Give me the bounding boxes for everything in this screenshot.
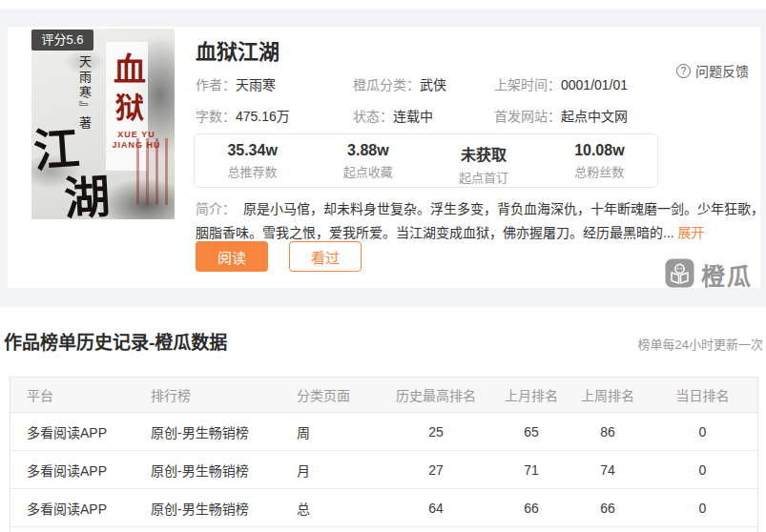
ranking-history-card: 作品榜单历史记录-橙瓜数据 榜单每24小时更新一次 平台 排行榜 分类页面 历史… — [0, 307, 766, 532]
cell-last-month: 66 — [493, 501, 569, 516]
header-last-month: 上月排名 — [493, 385, 569, 404]
cell-board: 原创-男生畅销榜 — [135, 499, 280, 518]
header-page: 分类页面 — [280, 385, 379, 404]
stat-qidian-collect: 3.88w 起点收藏 — [310, 134, 425, 187]
meta-status: 状态：连载中 — [353, 106, 494, 125]
stats-box: 35.34w 总推荐数 3.88w 起点收藏 未获取 起点首订 10.08w 总… — [194, 133, 658, 188]
chengua-watermark: 橙瓜 — [665, 257, 753, 292]
cell-last-week: 66 — [569, 501, 646, 516]
cell-page: 周 — [280, 422, 379, 441]
cell-last-week: 86 — [569, 424, 646, 440]
header-today: 当日排名 — [646, 385, 759, 404]
cell-best: 64 — [379, 501, 493, 516]
book-intro: 简介：原是小马倌，却未料身世复杂。浮生多变，背负血海深仇，十年断魂磨一剑。少年狂… — [196, 197, 764, 245]
section-title: 作品榜单历史记录-橙瓜数据 — [4, 328, 227, 354]
meta-first-site: 首发网站：起点中文网 — [494, 106, 628, 125]
chengua-logo-icon — [665, 258, 694, 292]
expand-link[interactable]: 展开 — [678, 225, 705, 240]
cell-last-month: 65 — [493, 424, 569, 440]
stat-qidian-first-order: 未获取 起点首订 — [426, 134, 542, 187]
seen-button[interactable]: 看过 — [289, 241, 362, 272]
cover-author-vertical-text: 天雨寒﹄著 — [75, 55, 93, 132]
cell-today: 0 — [646, 462, 759, 478]
cell-board: 原创-男生畅销榜 — [135, 422, 280, 441]
update-note: 榜单每24小时更新一次 — [638, 335, 763, 353]
cell-best: 27 — [379, 462, 493, 478]
table-row: 多看阅读APP 原创-男生畅销榜 总 64 66 66 0 — [10, 489, 757, 527]
table-row: 多看阅读APP 原创-男生畅销榜 月 27 71 74 0 — [10, 451, 757, 489]
cell-page: 月 — [280, 460, 379, 480]
rating-badge: 评分5.6 — [31, 30, 93, 51]
header-board: 排行榜 — [135, 385, 280, 404]
cell-board: 原创-男生畅销榜 — [135, 460, 280, 480]
cell-page: 总 — [280, 499, 379, 518]
cell-platform: 多看阅读APP — [10, 499, 135, 518]
meta-word-count: 字数：475.16万 — [196, 106, 353, 125]
intro-label: 简介： — [196, 201, 236, 216]
table-row-partial — [10, 527, 757, 532]
stat-total-fans: 10.08w 总粉丝数 — [542, 134, 657, 187]
book-title: 血狱江湖 — [196, 34, 279, 65]
meta-row-2: 字数：475.16万 状态：连载中 首发网站：起点中文网 — [196, 106, 749, 125]
cell-best: 25 — [379, 424, 493, 440]
cell-today: 0 — [646, 501, 759, 516]
header-last-week: 上周排名 — [569, 385, 646, 404]
cell-platform: 多看阅读APP — [10, 422, 135, 441]
cell-today: 0 — [646, 424, 759, 440]
cell-last-month: 71 — [493, 462, 569, 478]
meta-category: 橙瓜分类：武侠 — [353, 74, 494, 93]
meta-row-1: 作者：天雨寒 橙瓜分类：武侠 上架时间：0001/01/01 — [196, 74, 749, 93]
meta-launch-date: 上架时间：0001/01/01 — [494, 74, 628, 93]
header-platform: 平台 — [10, 385, 135, 404]
cover-seal-marks — [136, 138, 169, 205]
book-info-card: 天雨寒﹄著 血 狱 XUE YU JIANG HU 江 湖 评分5.6 血狱江湖… — [8, 27, 760, 288]
table-row: 多看阅读APP 原创-男生畅销榜 周 25 65 86 0 — [10, 413, 757, 451]
meta-author: 作者：天雨寒 — [196, 74, 353, 93]
read-button[interactable]: 阅读 — [196, 241, 268, 272]
cell-platform: 多看阅读APP — [10, 460, 135, 480]
top-page-strip — [0, 0, 766, 9]
cover-char-hu: 湖 — [62, 159, 112, 219]
chengua-logo-text: 橙瓜 — [701, 257, 753, 292]
table-header-row: 平台 排行榜 分类页面 历史最高排名 上月排名 上周排名 当日排名 — [10, 378, 757, 413]
ranking-table: 平台 排行榜 分类页面 历史最高排名 上月排名 上周排名 当日排名 多看阅读AP… — [10, 377, 758, 532]
cell-last-week: 74 — [569, 462, 646, 478]
book-cover-image: 天雨寒﹄著 血 狱 XUE YU JIANG HU 江 湖 评分5.6 — [31, 29, 175, 219]
header-best-rank: 历史最高排名 — [379, 385, 493, 404]
stat-total-recommend: 35.34w 总推荐数 — [195, 134, 310, 187]
cover-char-yu: 狱 — [115, 84, 144, 126]
